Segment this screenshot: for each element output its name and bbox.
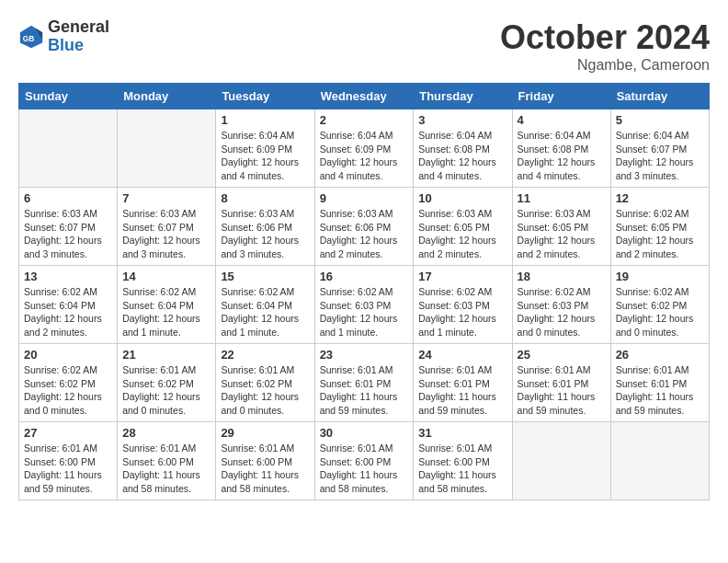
day-number: 5 xyxy=(616,113,704,127)
day-number: 23 xyxy=(320,348,409,362)
week-row-4: 20Sunrise: 6:02 AM Sunset: 6:02 PM Dayli… xyxy=(19,344,710,422)
calendar-cell: 21Sunrise: 6:01 AM Sunset: 6:02 PM Dayli… xyxy=(118,344,216,422)
day-number: 12 xyxy=(616,191,704,205)
calendar-cell xyxy=(118,109,216,188)
day-info: Sunrise: 6:04 AM Sunset: 6:08 PM Dayligh… xyxy=(518,129,606,183)
day-number: 6 xyxy=(24,191,112,205)
day-number: 2 xyxy=(320,113,409,127)
day-number: 7 xyxy=(122,191,210,205)
day-info: Sunrise: 6:04 AM Sunset: 6:08 PM Dayligh… xyxy=(418,129,506,183)
weekday-header-friday: Friday xyxy=(512,84,610,109)
day-info: Sunrise: 6:02 AM Sunset: 6:05 PM Dayligh… xyxy=(616,207,704,261)
calendar-cell: 13Sunrise: 6:02 AM Sunset: 6:04 PM Dayli… xyxy=(19,266,118,344)
calendar-cell: 19Sunrise: 6:02 AM Sunset: 6:02 PM Dayli… xyxy=(610,266,709,344)
day-info: Sunrise: 6:02 AM Sunset: 6:03 PM Dayligh… xyxy=(320,285,409,339)
day-info: Sunrise: 6:01 AM Sunset: 6:00 PM Dayligh… xyxy=(122,442,210,496)
day-number: 17 xyxy=(418,270,506,283)
calendar-cell: 17Sunrise: 6:02 AM Sunset: 6:03 PM Dayli… xyxy=(414,266,512,344)
svg-text:GB: GB xyxy=(23,33,35,42)
location: Ngambe, Cameroon xyxy=(500,57,710,74)
calendar-cell: 22Sunrise: 6:01 AM Sunset: 6:02 PM Dayli… xyxy=(216,344,314,422)
week-row-5: 27Sunrise: 6:01 AM Sunset: 6:00 PM Dayli… xyxy=(19,422,710,500)
day-info: Sunrise: 6:01 AM Sunset: 6:01 PM Dayligh… xyxy=(418,363,506,418)
day-info: Sunrise: 6:03 AM Sunset: 6:06 PM Dayligh… xyxy=(221,207,309,261)
logo-general-text: General xyxy=(48,18,109,37)
calendar-cell: 2Sunrise: 6:04 AM Sunset: 6:09 PM Daylig… xyxy=(314,109,414,188)
week-row-3: 13Sunrise: 6:02 AM Sunset: 6:04 PM Dayli… xyxy=(19,266,710,344)
day-info: Sunrise: 6:02 AM Sunset: 6:04 PM Dayligh… xyxy=(221,285,309,339)
day-info: Sunrise: 6:01 AM Sunset: 6:01 PM Dayligh… xyxy=(518,363,606,418)
calendar-cell: 30Sunrise: 6:01 AM Sunset: 6:00 PM Dayli… xyxy=(314,422,414,500)
title-block: October 2024 Ngambe, Cameroon xyxy=(500,18,710,74)
calendar-cell: 29Sunrise: 6:01 AM Sunset: 6:00 PM Dayli… xyxy=(216,422,314,500)
calendar-cell xyxy=(610,422,709,500)
calendar-cell: 16Sunrise: 6:02 AM Sunset: 6:03 PM Dayli… xyxy=(314,266,414,344)
calendar-cell: 25Sunrise: 6:01 AM Sunset: 6:01 PM Dayli… xyxy=(512,344,610,422)
day-info: Sunrise: 6:01 AM Sunset: 6:00 PM Dayligh… xyxy=(418,442,506,496)
day-number: 19 xyxy=(616,270,704,283)
day-info: Sunrise: 6:03 AM Sunset: 6:05 PM Dayligh… xyxy=(518,207,606,261)
day-info: Sunrise: 6:03 AM Sunset: 6:05 PM Dayligh… xyxy=(418,207,506,261)
week-row-1: 1Sunrise: 6:04 AM Sunset: 6:09 PM Daylig… xyxy=(19,109,710,188)
calendar-cell: 18Sunrise: 6:02 AM Sunset: 6:03 PM Dayli… xyxy=(512,266,610,344)
calendar-cell: 14Sunrise: 6:02 AM Sunset: 6:04 PM Dayli… xyxy=(118,266,216,344)
day-number: 26 xyxy=(616,348,704,362)
week-row-2: 6Sunrise: 6:03 AM Sunset: 6:07 PM Daylig… xyxy=(19,188,710,266)
day-info: Sunrise: 6:04 AM Sunset: 6:07 PM Dayligh… xyxy=(616,129,704,183)
weekday-header-saturday: Saturday xyxy=(610,84,709,109)
day-number: 10 xyxy=(418,191,506,205)
calendar-cell: 23Sunrise: 6:01 AM Sunset: 6:01 PM Dayli… xyxy=(314,344,414,422)
day-number: 27 xyxy=(24,426,112,440)
calendar-cell xyxy=(512,422,610,500)
day-info: Sunrise: 6:03 AM Sunset: 6:07 PM Dayligh… xyxy=(24,207,112,261)
calendar-cell: 10Sunrise: 6:03 AM Sunset: 6:05 PM Dayli… xyxy=(414,188,512,266)
day-number: 30 xyxy=(320,426,409,440)
calendar-cell: 3Sunrise: 6:04 AM Sunset: 6:08 PM Daylig… xyxy=(414,109,512,188)
day-number: 21 xyxy=(122,348,210,362)
weekday-header-monday: Monday xyxy=(118,84,216,109)
calendar-cell: 7Sunrise: 6:03 AM Sunset: 6:07 PM Daylig… xyxy=(118,188,216,266)
calendar-table: SundayMondayTuesdayWednesdayThursdayFrid… xyxy=(18,83,710,500)
calendar-cell: 8Sunrise: 6:03 AM Sunset: 6:06 PM Daylig… xyxy=(216,188,314,266)
day-number: 29 xyxy=(221,426,309,440)
day-number: 28 xyxy=(122,426,210,440)
calendar-cell: 12Sunrise: 6:02 AM Sunset: 6:05 PM Dayli… xyxy=(610,188,709,266)
calendar-cell: 28Sunrise: 6:01 AM Sunset: 6:00 PM Dayli… xyxy=(118,422,216,500)
day-info: Sunrise: 6:02 AM Sunset: 6:02 PM Dayligh… xyxy=(24,363,112,418)
logo-blue-text: Blue xyxy=(48,37,109,55)
day-info: Sunrise: 6:01 AM Sunset: 6:00 PM Dayligh… xyxy=(24,442,112,496)
day-number: 4 xyxy=(518,113,606,127)
day-info: Sunrise: 6:01 AM Sunset: 6:00 PM Dayligh… xyxy=(320,442,409,496)
day-number: 16 xyxy=(320,270,409,283)
calendar-cell xyxy=(19,109,118,188)
logo-icon: GB xyxy=(18,24,44,50)
logo: GB General Blue xyxy=(18,18,109,55)
weekday-header-tuesday: Tuesday xyxy=(216,84,314,109)
day-number: 25 xyxy=(518,348,606,362)
day-info: Sunrise: 6:02 AM Sunset: 6:03 PM Dayligh… xyxy=(518,285,606,339)
day-info: Sunrise: 6:01 AM Sunset: 6:01 PM Dayligh… xyxy=(320,363,409,418)
day-number: 20 xyxy=(24,348,112,362)
day-number: 24 xyxy=(418,348,506,362)
month-title: October 2024 xyxy=(500,18,710,57)
weekday-header-row: SundayMondayTuesdayWednesdayThursdayFrid… xyxy=(19,84,710,109)
day-number: 1 xyxy=(221,113,309,127)
day-info: Sunrise: 6:02 AM Sunset: 6:04 PM Dayligh… xyxy=(24,285,112,339)
day-number: 22 xyxy=(221,348,309,362)
calendar-cell: 20Sunrise: 6:02 AM Sunset: 6:02 PM Dayli… xyxy=(19,344,118,422)
day-info: Sunrise: 6:01 AM Sunset: 6:00 PM Dayligh… xyxy=(221,442,309,496)
calendar-cell: 5Sunrise: 6:04 AM Sunset: 6:07 PM Daylig… xyxy=(610,109,709,188)
calendar-cell: 27Sunrise: 6:01 AM Sunset: 6:00 PM Dayli… xyxy=(19,422,118,500)
day-number: 31 xyxy=(418,426,506,440)
day-info: Sunrise: 6:04 AM Sunset: 6:09 PM Dayligh… xyxy=(320,129,409,183)
weekday-header-wednesday: Wednesday xyxy=(314,84,414,109)
weekday-header-thursday: Thursday xyxy=(414,84,512,109)
calendar-cell: 26Sunrise: 6:01 AM Sunset: 6:01 PM Dayli… xyxy=(610,344,709,422)
day-info: Sunrise: 6:02 AM Sunset: 6:04 PM Dayligh… xyxy=(122,285,210,339)
day-info: Sunrise: 6:04 AM Sunset: 6:09 PM Dayligh… xyxy=(221,129,309,183)
calendar-cell: 9Sunrise: 6:03 AM Sunset: 6:06 PM Daylig… xyxy=(314,188,414,266)
day-number: 14 xyxy=(122,270,210,283)
calendar-cell: 11Sunrise: 6:03 AM Sunset: 6:05 PM Dayli… xyxy=(512,188,610,266)
calendar-cell: 31Sunrise: 6:01 AM Sunset: 6:00 PM Dayli… xyxy=(414,422,512,500)
day-info: Sunrise: 6:01 AM Sunset: 6:01 PM Dayligh… xyxy=(616,363,704,418)
